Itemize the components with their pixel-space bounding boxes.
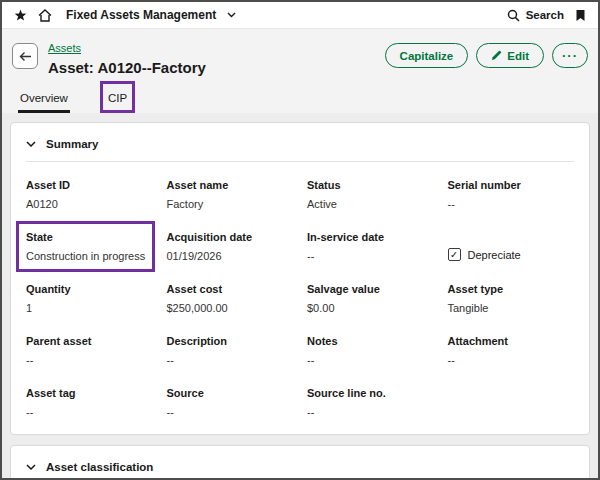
tab-bar: Overview CIP [12,87,588,113]
header-actions: Capitalize Edit ··· [385,43,588,68]
field-value: -- [307,250,434,262]
chevron-down-icon [26,141,36,147]
field-source: Source -- [167,387,294,418]
page-title: Asset: A0120--Factory [48,59,206,76]
field-value: -- [167,354,294,366]
field-label: Acquisition date [167,231,294,243]
field-value: A0120 [26,198,153,210]
edit-label: Edit [507,50,529,62]
classification-section-title: Asset classification [46,461,153,473]
field-serial-number: Serial number -- [448,179,575,210]
field-in-service-date: In-service date -- [307,231,434,262]
field-acquisition-date: Acquisition date 01/19/2026 [167,231,294,262]
more-actions-button[interactable]: ··· [552,43,588,68]
field-label: Quantity [26,283,153,295]
field-value: -- [307,354,434,366]
star-icon[interactable] [14,9,27,22]
field-label: Parent asset [26,335,153,347]
page-header: Assets Asset: A0120--Factory Capitalize … [2,29,598,113]
back-button[interactable] [12,43,38,69]
field-salvage-value: Salvage value $0.00 [307,283,434,314]
field-value: Construction in progress [26,250,145,262]
field-asset-id: Asset ID A0120 [26,179,153,210]
home-icon[interactable] [38,9,52,22]
summary-field-grid: Asset ID A0120 Asset name Factory Status… [26,179,574,418]
title-block: Assets Asset: A0120--Factory [48,38,206,76]
field-label: Description [167,335,294,347]
edit-button[interactable]: Edit [476,43,544,68]
breadcrumb[interactable]: Assets [48,42,81,54]
capitalize-button[interactable]: Capitalize [385,43,469,68]
depreciate-label: Depreciate [468,249,521,261]
field-asset-type: Asset type Tangible [448,283,575,314]
field-attachment: Attachment -- [448,335,575,366]
main-content: Summary Asset ID A0120 Asset name Factor… [2,113,598,478]
summary-card: Summary Asset ID A0120 Asset name Factor… [10,122,590,435]
field-label: Source line no. [307,387,434,399]
field-label: Asset name [167,179,294,191]
field-label: In-service date [307,231,434,243]
field-depreciate: ✓ Depreciate [448,248,575,262]
summary-section-header[interactable]: Summary [26,133,574,162]
field-asset-tag: Asset tag -- [26,387,153,418]
tab-overview[interactable]: Overview [18,87,70,113]
chevron-down-icon[interactable] [227,12,236,18]
classification-section-header[interactable]: Asset classification [26,456,574,478]
app-name: Fixed Assets Management [66,8,216,22]
field-notes: Notes -- [307,335,434,366]
field-value: Active [307,198,434,210]
pencil-icon [491,50,502,61]
field-value: 01/19/2026 [167,250,294,262]
app-window: Fixed Assets Management Search Assets As… [0,0,600,480]
field-label: Serial number [448,179,575,191]
search-icon [507,9,520,22]
field-value: Factory [167,198,294,210]
field-asset-name: Asset name Factory [167,179,294,210]
field-label: Asset type [448,283,575,295]
field-value: 1 [26,302,153,314]
field-value: -- [26,354,153,366]
field-value: -- [307,406,434,418]
classification-card: Asset classification Asset classificatio… [10,445,590,478]
field-label: Status [307,179,434,191]
summary-section-title: Summary [46,138,98,150]
field-label: Asset ID [26,179,153,191]
field-quantity: Quantity 1 [26,283,153,314]
field-source-line-no: Source line no. -- [307,387,434,418]
field-parent-asset: Parent asset -- [26,335,153,366]
bookmark-icon[interactable] [575,9,586,22]
field-label: Asset cost [167,283,294,295]
field-value: -- [26,406,153,418]
tab-cip[interactable]: CIP [106,87,129,107]
field-label: State [26,231,145,243]
field-value: -- [448,354,575,366]
chevron-down-icon [26,464,36,470]
field-value: -- [448,198,575,210]
field-label: Asset tag [26,387,153,399]
field-value: $0.00 [307,302,434,314]
field-label: Source [167,387,294,399]
field-label: Salvage value [307,283,434,295]
empty-cell [448,387,575,418]
field-value: $250,000.00 [167,302,294,314]
depreciate-checkbox[interactable]: ✓ [448,248,461,261]
search-label: Search [526,9,564,21]
field-state: State Construction in progress [26,231,145,262]
field-status: Status Active [307,179,434,210]
field-label: Attachment [448,335,575,347]
field-value: -- [167,406,294,418]
field-description: Description -- [167,335,294,366]
search-button[interactable]: Search [507,9,564,22]
field-value: Tangible [448,302,575,314]
top-bar: Fixed Assets Management Search [2,2,598,29]
field-asset-cost: Asset cost $250,000.00 [167,283,294,314]
field-label: Notes [307,335,434,347]
